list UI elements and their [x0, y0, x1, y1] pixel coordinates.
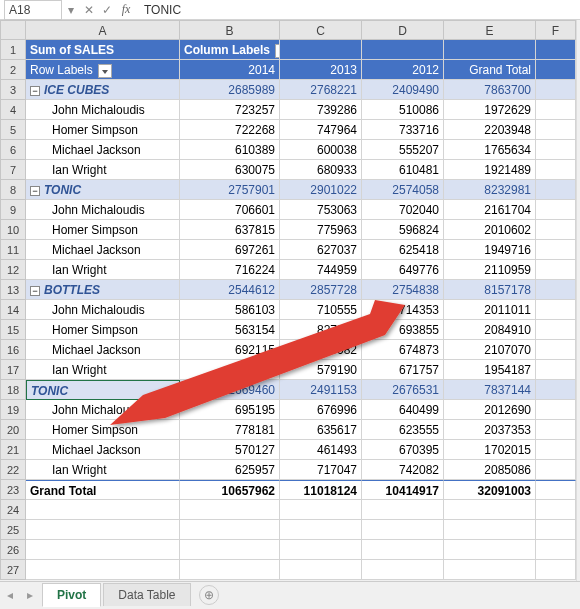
cell[interactable]: 586103	[180, 300, 280, 320]
cell[interactable]: 693855	[362, 320, 444, 340]
person-name[interactable]: John Michaloudis	[26, 400, 180, 420]
add-sheet-icon[interactable]: ⊕	[199, 585, 219, 605]
cell[interactable]: 461493	[280, 440, 362, 460]
cell[interactable]: 706601	[180, 200, 280, 220]
cell[interactable]: 695195	[180, 400, 280, 420]
cell[interactable]	[444, 40, 536, 60]
row-header[interactable]: 19	[0, 400, 26, 420]
cell[interactable]: 674873	[362, 340, 444, 360]
cell[interactable]: 2110959	[444, 260, 536, 280]
row-header[interactable]: 25	[0, 520, 26, 540]
row-header[interactable]: 15	[0, 320, 26, 340]
cell[interactable]	[536, 120, 576, 140]
cell[interactable]	[536, 400, 576, 420]
cell[interactable]	[536, 220, 576, 240]
cell[interactable]: 579190	[280, 360, 362, 380]
cell[interactable]	[536, 80, 576, 100]
row-header[interactable]: 2	[0, 60, 26, 80]
cell[interactable]: 2574058	[362, 180, 444, 200]
cell[interactable]	[536, 100, 576, 120]
cell[interactable]: 610481	[362, 160, 444, 180]
cell[interactable]: 610389	[180, 140, 280, 160]
row-header[interactable]: 12	[0, 260, 26, 280]
cell[interactable]	[180, 520, 280, 540]
cell[interactable]	[536, 560, 576, 580]
cell[interactable]	[444, 500, 536, 520]
grand-total-header[interactable]: Grand Total	[444, 60, 536, 80]
cell[interactable]: 2161704	[444, 200, 536, 220]
cell[interactable]: 775963	[280, 220, 362, 240]
row-header[interactable]: 6	[0, 140, 26, 160]
cell[interactable]	[280, 520, 362, 540]
person-name[interactable]: Ian Wright	[26, 260, 180, 280]
cell[interactable]: 563154	[180, 320, 280, 340]
cell[interactable]	[362, 500, 444, 520]
cell[interactable]: 596824	[362, 220, 444, 240]
person-name[interactable]: John Michaloudis	[26, 200, 180, 220]
cell[interactable]: 7863700	[444, 80, 536, 100]
row-header[interactable]: 7	[0, 160, 26, 180]
person-name[interactable]: Ian Wright	[26, 460, 180, 480]
cell[interactable]: 2757901	[180, 180, 280, 200]
cell[interactable]: 2409490	[362, 80, 444, 100]
cell[interactable]: 10414917	[362, 480, 444, 500]
cell[interactable]: 2669460	[180, 380, 280, 400]
person-name[interactable]: Michael Jackson	[26, 140, 180, 160]
cell[interactable]: 2768221	[280, 80, 362, 100]
cell[interactable]	[26, 560, 180, 580]
cell[interactable]: 32091003	[444, 480, 536, 500]
cell[interactable]: 1702015	[444, 440, 536, 460]
row-header[interactable]: 17	[0, 360, 26, 380]
cell[interactable]: 7837144	[444, 380, 536, 400]
fx-icon[interactable]: fx	[116, 2, 136, 17]
cell[interactable]	[536, 140, 576, 160]
person-name[interactable]: Homer Simpson	[26, 220, 180, 240]
year[interactable]: 2013	[280, 60, 362, 80]
cell[interactable]: 723257	[180, 100, 280, 120]
group-name[interactable]: −BOTTLES	[26, 280, 180, 300]
col-header-F[interactable]: F	[536, 20, 576, 40]
person-name[interactable]: Homer Simpson	[26, 420, 180, 440]
collapse-icon[interactable]: −	[30, 186, 40, 196]
row-header[interactable]: 26	[0, 540, 26, 560]
cell[interactable]: 2010602	[444, 220, 536, 240]
cell[interactable]	[536, 200, 576, 220]
cell[interactable]: 742082	[362, 460, 444, 480]
col-header-B[interactable]: B	[180, 20, 280, 40]
cell[interactable]: 2084910	[444, 320, 536, 340]
row-header[interactable]: 3	[0, 80, 26, 100]
cell[interactable]	[536, 160, 576, 180]
cell[interactable]: 1972629	[444, 100, 536, 120]
cell[interactable]: 747964	[280, 120, 362, 140]
cell[interactable]	[536, 280, 576, 300]
cell[interactable]: 722268	[180, 120, 280, 140]
cell[interactable]: 637815	[180, 220, 280, 240]
cell[interactable]: 2203948	[444, 120, 536, 140]
cell[interactable]: 710555	[280, 300, 362, 320]
person-name[interactable]: Michael Jackson	[26, 340, 180, 360]
col-header-E[interactable]: E	[444, 20, 536, 40]
cell[interactable]	[536, 40, 576, 60]
cell[interactable]	[26, 520, 180, 540]
cell[interactable]	[26, 500, 180, 520]
row-header[interactable]: 4	[0, 100, 26, 120]
cell[interactable]	[536, 440, 576, 460]
row-header[interactable]: 14	[0, 300, 26, 320]
cell[interactable]	[536, 480, 576, 500]
enter-icon[interactable]: ✓	[98, 3, 116, 17]
person-name[interactable]: Ian Wright	[26, 360, 180, 380]
cell[interactable]: 625418	[362, 240, 444, 260]
cell[interactable]: 2901022	[280, 180, 362, 200]
cell[interactable]: 697261	[180, 240, 280, 260]
col-header-A[interactable]: A	[26, 20, 180, 40]
cell[interactable]	[536, 420, 576, 440]
cell[interactable]: 740082	[280, 340, 362, 360]
cell[interactable]	[536, 500, 576, 520]
cell[interactable]: 11018124	[280, 480, 362, 500]
cell[interactable]: 753063	[280, 200, 362, 220]
row-header[interactable]: 18	[0, 380, 26, 400]
cell[interactable]: 1921489	[444, 160, 536, 180]
tab-pivot[interactable]: Pivot	[42, 583, 101, 607]
row-header[interactable]: 9	[0, 200, 26, 220]
group-name[interactable]: TONIC	[26, 380, 180, 400]
